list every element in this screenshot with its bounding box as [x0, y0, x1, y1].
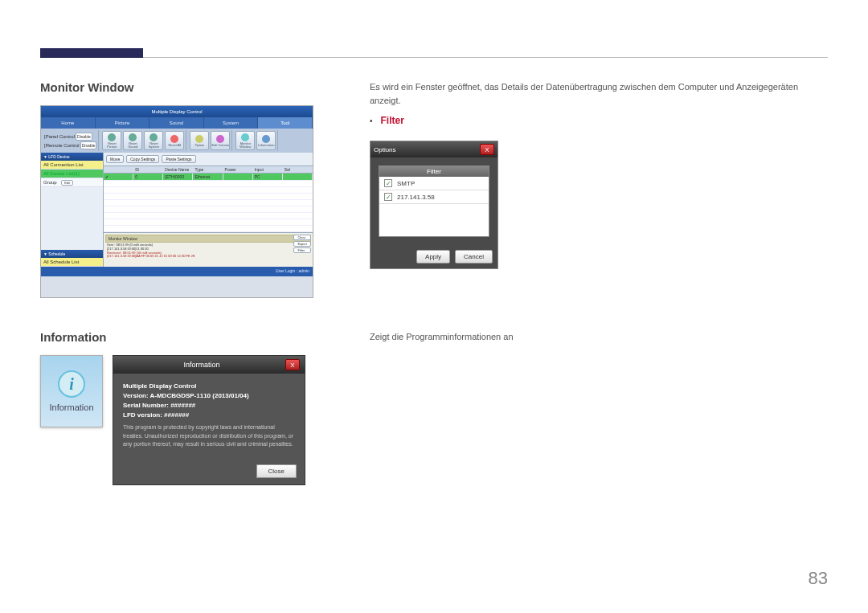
tab-picture[interactable]: Picture [96, 117, 150, 129]
clear-button[interactable]: Clear [293, 235, 311, 240]
close-button[interactable]: Close [256, 464, 297, 478]
status-bar: User Login : admin [41, 267, 313, 276]
header-rule [143, 57, 828, 58]
app-titlebar: Multiple Display Control [41, 106, 313, 117]
page-number: 83 [809, 568, 828, 589]
info-app-name: Multiple Display Control [123, 382, 295, 391]
monitor-app-window: Multiple Display Control Home Picture So… [40, 105, 313, 298]
sidebar-item-group[interactable]: Group Edit [41, 178, 103, 187]
filter-dialog-titlebar: Options X [371, 141, 497, 157]
information-button[interactable]: Information [256, 131, 276, 150]
filter-heading: Filter [381, 115, 404, 126]
action-row: Move Copy Settings Paste Settings [104, 153, 313, 166]
copy-settings-button[interactable]: Copy Settings [126, 155, 159, 163]
monitor-description: Es wird ein Fenster geöffnet, das Detail… [370, 80, 828, 107]
filter-row-smtp[interactable]: ✓ SMTP [379, 177, 489, 190]
section-title-information: Information [40, 330, 313, 344]
edit-button[interactable]: Edit [61, 180, 73, 186]
filter-button[interactable]: Filter [293, 247, 311, 253]
header-accent [40, 48, 143, 58]
checkbox-icon[interactable]: ✓ [384, 179, 392, 187]
tab-sound[interactable]: Sound [149, 117, 204, 129]
filter-column-header: Filter [379, 166, 489, 177]
monitor-window-button[interactable]: Monitor Window [235, 131, 255, 150]
app-tabs: Home Picture Sound System Tool [41, 117, 313, 129]
filter-row-ip[interactable]: ✓ 217.141.3.58 [379, 190, 489, 204]
info-serial: Serial Number: ####### [123, 401, 295, 411]
info-icon-label: Information [49, 403, 93, 412]
info-icon: i [58, 370, 85, 398]
export-button[interactable]: Export [293, 241, 311, 247]
app-toolbar: [Panel Control Disable [Remote Control D… [41, 129, 313, 153]
move-button[interactable]: Move [106, 155, 124, 163]
sidebar-item-all-connection[interactable]: All Connection List [41, 161, 103, 170]
information-description: Zeigt die Programminformationen an [370, 330, 828, 344]
option-button[interactable]: Option [190, 131, 209, 150]
filter-row-label: SMTP [397, 180, 415, 187]
grid-header: ID Device Name Type Power Input Sel [104, 166, 313, 174]
remote-control-label: [Remote Control [44, 143, 80, 148]
filter-row-label: 217.141.3.58 [397, 194, 435, 201]
sidebar-item-all-schedule[interactable]: All Schedule List [41, 258, 103, 267]
section-title-monitor: Monitor Window [40, 80, 313, 94]
panel-control-label: [Panel Control [44, 134, 75, 139]
device-grid: ID Device Name Type Power Input Sel ✔ 0 … [104, 166, 313, 232]
page-header [40, 48, 828, 58]
reset-picture-button[interactable]: Reset Picture [102, 131, 121, 150]
sidebar-item-all-device[interactable]: All Device List(1) [41, 170, 103, 178]
tab-tool[interactable]: Tool [258, 117, 313, 129]
reset-sound-button[interactable]: Reset Sound [123, 131, 142, 150]
sidebar-header-lfd[interactable]: ▼ LFD Device [41, 153, 103, 161]
reset-all-button[interactable]: Reset All [165, 131, 184, 150]
paste-settings-button[interactable]: Paste Settings [162, 155, 195, 163]
monitor-recv-data: [217.141.3.58 ID:00]AA FF 00 09 41 42 01… [107, 255, 309, 259]
reset-system-button[interactable]: Reset System [144, 131, 163, 150]
apply-button[interactable]: Apply [416, 250, 450, 264]
panel-control-select[interactable]: Disable [76, 133, 92, 141]
filter-dialog-title: Options [374, 146, 396, 153]
info-version: Version: A-MDCBGDSP-1110 (2013/01/04) [123, 391, 295, 401]
info-copyright: This program is protected by copyright l… [123, 423, 295, 449]
tab-home[interactable]: Home [41, 117, 96, 129]
sidebar-header-schedule[interactable]: ▼ Schedule [41, 250, 103, 258]
checkbox-icon[interactable]: ✓ [384, 193, 392, 201]
cancel-button[interactable]: Cancel [455, 250, 493, 264]
filter-dialog: Options X Filter ✓ SMTP ✓ 217.141.3.58 [370, 141, 498, 269]
close-icon[interactable]: X [285, 359, 300, 370]
sidebar: ▼ LFD Device All Connection List All Dev… [41, 153, 104, 267]
information-dialog: Information X Multiple Display Control V… [113, 355, 305, 485]
tab-system[interactable]: System [204, 117, 259, 129]
grid-row[interactable]: ✔ 0 [ETH]0000 Ethernet PC [104, 174, 313, 181]
information-icon-box[interactable]: i Information [40, 355, 103, 427]
info-lfd-version: LFD version: ####### [123, 411, 295, 420]
remote-control-select[interactable]: Disable [80, 141, 97, 149]
bullet-icon: • [370, 116, 373, 125]
info-dialog-title: Information [118, 361, 285, 369]
close-icon[interactable]: X [480, 144, 494, 155]
edit-column-button[interactable]: Edit Column [211, 131, 230, 150]
monitor-panel: Monitor Window Sent : 08:51:99 (0 milli … [104, 232, 313, 267]
monitor-panel-title: Monitor Window [105, 235, 311, 243]
